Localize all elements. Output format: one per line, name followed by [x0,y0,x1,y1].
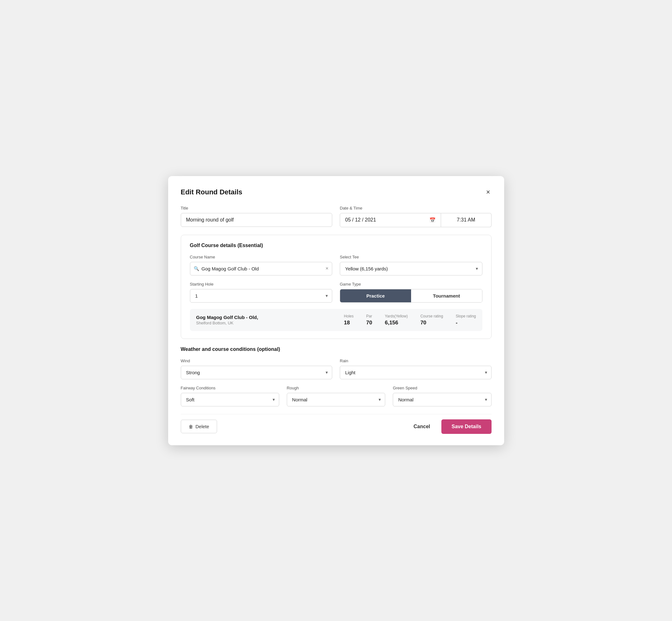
course-tee-row: Course Name 🔍 × Select Tee Yellow (6,156… [190,255,482,276]
time-value: 7:31 AM [457,217,475,223]
weather-section-title: Weather and course conditions (optional) [181,346,492,352]
rain-wrap: None Light Moderate Heavy ▾ [340,366,492,379]
course-input-wrap: 🔍 × [190,262,333,276]
search-icon: 🔍 [194,266,199,271]
wind-rain-row: Wind Calm Light Moderate Strong Very Str… [181,359,492,379]
course-rating-label: Course rating [420,314,443,318]
starting-hole-wrap: 1 ▾ [190,289,333,303]
title-input[interactable] [181,213,333,227]
par-value: 70 [366,320,372,326]
stat-par: Par 70 [366,314,372,326]
rain-group: Rain None Light Moderate Heavy ▾ [340,359,492,379]
delete-label: Delete [196,424,209,429]
rough-label: Rough [287,385,385,390]
select-tee-dropdown[interactable]: Yellow (6,156 yards) [340,262,482,276]
green-speed-group: Green Speed Slow Normal Fast Very Fast ▾ [393,385,491,406]
time-input[interactable]: 7:31 AM [441,213,492,227]
hole-gametype-row: Starting Hole 1 ▾ Game Type Practice Tou… [190,282,482,303]
trash-icon: 🗑 [189,424,193,429]
slope-rating-value: - [456,320,476,326]
rain-label: Rain [340,359,492,363]
wind-dropdown[interactable]: Calm Light Moderate Strong Very Strong [181,366,333,379]
date-time-inputs: 05 / 12 / 2021 📅 7:31 AM [340,213,492,227]
course-rating-value: 70 [420,320,443,326]
holes-value: 18 [344,320,354,326]
wind-group: Wind Calm Light Moderate Strong Very Str… [181,359,333,379]
course-info-box: Gog Magog Golf Club - Old, Shelford Bott… [190,309,482,331]
delete-button[interactable]: 🗑 Delete [181,420,217,433]
rough-group: Rough Soft Normal Firm Hard ▾ [287,385,385,406]
fairway-label: Fairway Conditions [181,385,279,390]
stat-holes: Holes 18 [344,314,354,326]
fairway-wrap: Soft Normal Firm Hard ▾ [181,393,279,406]
tournament-toggle-button[interactable]: Tournament [411,289,482,302]
slope-rating-label: Slope rating [456,314,476,318]
calendar-icon: 📅 [429,217,436,223]
select-tee-label: Select Tee [340,255,482,259]
cancel-button[interactable]: Cancel [407,420,436,433]
course-name-input[interactable] [190,262,333,276]
course-name-group: Course Name 🔍 × [190,255,333,276]
wind-label: Wind [181,359,333,363]
save-button[interactable]: Save Details [442,419,491,434]
holes-label: Holes [344,314,354,318]
course-info-name-block: Gog Magog Golf Club - Old, Shelford Bott… [196,315,344,325]
golf-section-title: Golf Course details (Essential) [190,243,482,248]
course-name-label: Course Name [190,255,333,259]
modal-header: Edit Round Details × [181,188,492,197]
title-datetime-row: Title Date & Time 05 / 12 / 2021 📅 7:31 … [181,206,492,227]
rough-wrap: Soft Normal Firm Hard ▾ [287,393,385,406]
course-info-location: Shelford Bottom, UK [196,321,344,325]
course-stats: Holes 18 Par 70 Yards(Yellow) 6,156 Cour… [344,314,476,326]
title-field-group: Title [181,206,333,227]
golf-course-section: Golf Course details (Essential) Course N… [181,235,492,339]
starting-hole-group: Starting Hole 1 ▾ [190,282,333,303]
footer-right: Cancel Save Details [407,419,492,434]
stat-slope-rating: Slope rating - [456,314,476,326]
footer-actions: 🗑 Delete Cancel Save Details [181,414,492,434]
yards-value: 6,156 [385,320,408,326]
game-type-group: Game Type Practice Tournament [340,282,482,303]
select-tee-wrap: Yellow (6,156 yards) ▾ [340,262,482,276]
green-speed-label: Green Speed [393,385,491,390]
fairway-dropdown[interactable]: Soft Normal Firm Hard [181,393,279,406]
select-tee-group: Select Tee Yellow (6,156 yards) ▾ [340,255,482,276]
fairway-rough-green-row: Fairway Conditions Soft Normal Firm Hard… [181,385,492,406]
starting-hole-dropdown[interactable]: 1 [190,289,333,303]
date-value: 05 / 12 / 2021 [345,217,376,223]
game-type-label: Game Type [340,282,482,287]
green-speed-wrap: Slow Normal Fast Very Fast ▾ [393,393,491,406]
green-speed-dropdown[interactable]: Slow Normal Fast Very Fast [393,393,491,406]
practice-toggle-button[interactable]: Practice [340,289,411,302]
fairway-group: Fairway Conditions Soft Normal Firm Hard… [181,385,279,406]
rough-dropdown[interactable]: Soft Normal Firm Hard [287,393,385,406]
starting-hole-label: Starting Hole [190,282,333,287]
weather-section: Weather and course conditions (optional)… [181,346,492,406]
edit-round-modal: Edit Round Details × Title Date & Time 0… [168,176,504,445]
close-button[interactable]: × [485,188,492,197]
yards-label: Yards(Yellow) [385,314,408,318]
clear-icon[interactable]: × [326,266,328,272]
modal-title: Edit Round Details [181,188,243,196]
wind-wrap: Calm Light Moderate Strong Very Strong ▾ [181,366,333,379]
stat-yards: Yards(Yellow) 6,156 [385,314,408,326]
course-info-name: Gog Magog Golf Club - Old, [196,315,344,320]
game-type-toggle: Practice Tournament [340,289,482,303]
par-label: Par [366,314,372,318]
date-time-group: Date & Time 05 / 12 / 2021 📅 7:31 AM [340,206,492,227]
date-time-label: Date & Time [340,206,492,210]
rain-dropdown[interactable]: None Light Moderate Heavy [340,366,492,379]
date-input[interactable]: 05 / 12 / 2021 📅 [340,213,441,227]
stat-course-rating: Course rating 70 [420,314,443,326]
title-label: Title [181,206,333,210]
